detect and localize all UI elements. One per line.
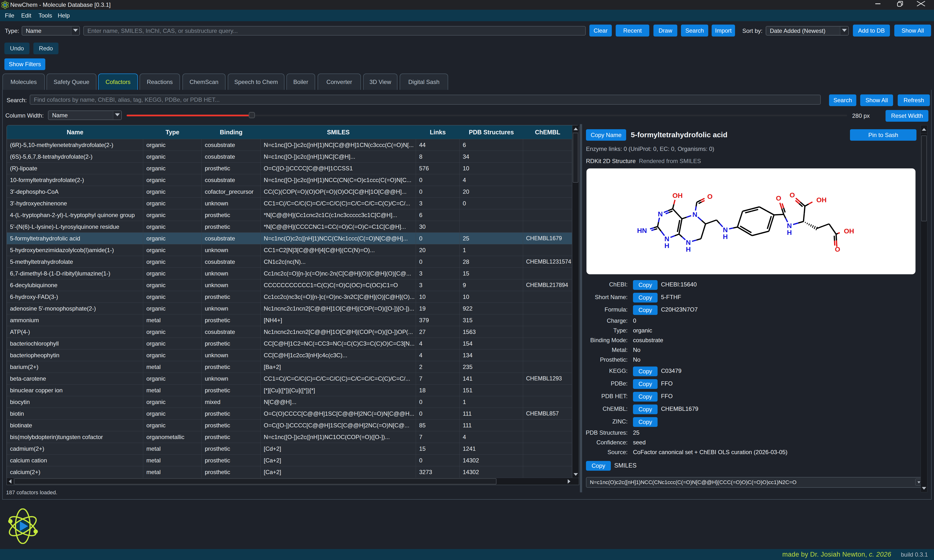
- svg-text:O: O: [776, 194, 781, 202]
- svg-text:N: N: [787, 222, 792, 229]
- svg-text:H: H: [723, 233, 728, 240]
- svg-text:HN: HN: [637, 227, 647, 234]
- svg-text:H: H: [686, 246, 691, 253]
- svg-text:O: O: [835, 246, 840, 253]
- svg-text:H: H: [787, 229, 792, 236]
- svg-text:N: N: [658, 210, 663, 218]
- svg-text:N: N: [686, 239, 691, 246]
- svg-text:H: H: [664, 242, 669, 249]
- svg-text:O: O: [707, 193, 713, 200]
- svg-text:N: N: [723, 226, 728, 234]
- svg-text:N: N: [692, 211, 697, 218]
- svg-text:OH: OH: [816, 196, 827, 204]
- svg-text:OH: OH: [672, 192, 683, 199]
- svg-text:N: N: [664, 235, 669, 243]
- svg-text:OH: OH: [844, 227, 854, 235]
- svg-text:O: O: [789, 191, 795, 199]
